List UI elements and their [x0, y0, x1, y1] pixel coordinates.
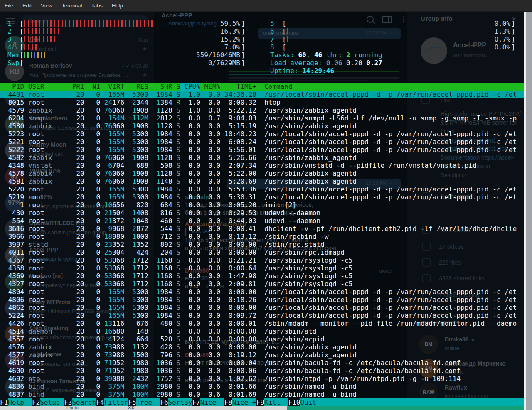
process-row[interactable]: 5221 root 20 0 165M 5300 1984 S 0.0 0.0 …: [0, 138, 524, 146]
cpu-meter-2: 2[16.3%]: [7, 27, 245, 35]
process-row[interactable]: 4327 root 20 0 53068 1712 1168 S 0.0 0.0…: [0, 280, 524, 288]
terminal-menu-bar: FileEditViewTerminalTabsHelp: [0, 0, 532, 12]
process-row[interactable]: 4804 root 20 0 165M 5300 1984 S 0.0 0.0 …: [0, 288, 524, 296]
process-row[interactable]: 4619 root 20 0 71952 1980 1036 S 0.0 0.0…: [0, 359, 524, 367]
fkey-help[interactable]: F1: [0, 398, 8, 406]
process-row[interactable]: 4348 vnstat 20 0 6704 688 508 S 0.0 0.0 …: [0, 162, 524, 169]
process-row[interactable]: 5224 root 20 0 165M 5300 1984 S 0.0 0.0 …: [0, 312, 524, 319]
fkey-label[interactable]: Search: [72, 398, 96, 406]
process-row[interactable]: 6204 snmp 20 0 154M 112M 2812 S 0.0 0.7 …: [0, 114, 524, 122]
process-row[interactable]: 3966 root 20 0 18980 1000 712 S 0.0 0.0 …: [0, 233, 524, 241]
process-table-header[interactable]: PID USER PRI NI VIRT RES SHR S CPU% MEM%…: [0, 83, 524, 91]
process-row[interactable]: 4862 root 20 0 165M 5300 1984 S 0.0 0.0 …: [0, 304, 524, 312]
process-row[interactable]: 5222 root 20 0 165M 5300 1984 S 0.0 0.0 …: [0, 146, 524, 154]
screen-edge: [526, 12, 532, 410]
function-key-bar: F1Help F2Setup F3SearchF4FilterF5Tree F6…: [0, 398, 524, 406]
process-row[interactable]: 4557 root 20 0 4124 664 520 S 0.0 0.0 0:…: [0, 335, 524, 343]
menu-item-file[interactable]: File: [0, 0, 18, 12]
fkey-label[interactable]: SortBy: [168, 398, 192, 406]
process-row[interactable]: 4837 bind 20 0 375M 100M 2980 S 0.0 0.6 …: [0, 390, 524, 398]
process-row[interactable]: 430 root 20 0 21504 1408 816 S 0.0 0.0 0…: [0, 209, 524, 217]
cpu-meter-7: 7[0.7%]: [270, 35, 515, 43]
strip-photo-label: Photo: [66, 406, 79, 410]
process-list: 4401 root 20 0 165M 5300 1984 S 1.0 0.0 …: [0, 91, 524, 398]
process-row[interactable]: 4580 zabbix 20 0 76060 1908 1128 S 0.0 0…: [0, 122, 524, 130]
process-row[interactable]: 4514 daemon 20 0 16680 148 0 S 0.0 0.0 0…: [0, 327, 524, 335]
process-row[interactable]: 4582 zabbix 20 0 76060 1908 1128 S 0.0 0…: [0, 154, 524, 162]
menu-item-edit[interactable]: Edit: [18, 0, 36, 12]
fkey-label[interactable]: Kill: [264, 398, 288, 406]
menu-item-help[interactable]: Help: [107, 0, 128, 12]
process-row[interactable]: 1 root 20 0 10656 820 684 S 0.0 0.0 0:05…: [0, 201, 524, 209]
process-row[interactable]: 5223 root 20 0 165M 5300 1984 S 0.0 0.0 …: [0, 130, 524, 138]
fkey-setup[interactable]: F2: [32, 398, 40, 406]
cpu-meter-1: 1[59.5%]: [7, 20, 245, 27]
uptime-line: Uptime: 14:29:46: [270, 67, 515, 75]
process-row[interactable]: 554 root 20 0 21372 1048 460 S 0.0 0.0 0…: [0, 217, 524, 225]
mem-meter: Mem[559/16046MB]: [7, 51, 245, 59]
cpu-meter-4: 4[7.0%]: [7, 43, 245, 51]
fkey-label[interactable]: Quit: [300, 398, 324, 406]
fkey-quit[interactable]: F10: [288, 398, 300, 406]
cpu-meter-3: 3[15.2%]: [7, 35, 245, 43]
menu-item-view[interactable]: View: [36, 0, 57, 12]
menu-item-terminal[interactable]: Terminal: [57, 0, 86, 12]
fkey-label[interactable]: Nice -: [200, 398, 224, 406]
process-row[interactable]: 4577 zabbix 20 0 73988 1500 796 S 0.0 0.…: [0, 351, 524, 359]
swp-meter: Swp[0/7629MB]: [7, 59, 245, 67]
tasks-line: Tasks: 60, 46 thr; 2 running: [270, 51, 515, 59]
process-row[interactable]: 4578 zabbix 20 0 76060 1908 1128 S 0.0 0…: [0, 169, 524, 177]
load-average-line: Load average: 0.06 0.20 0.27: [270, 59, 515, 67]
fkey-label[interactable]: Filter: [104, 398, 128, 406]
bottom-strip: Photo 392: [0, 406, 524, 410]
fkey-sortby[interactable]: F6: [160, 398, 168, 406]
process-row[interactable]: 5220 root 20 0 165M 5300 1984 S 0.0 0.0 …: [0, 185, 524, 193]
process-row[interactable]: 4576 zabbix 20 0 73988 1132 428 S 0.0 0.…: [0, 343, 524, 351]
process-row[interactable]: 4401 root 20 0 165M 5300 1984 S 1.0 0.0 …: [0, 91, 524, 98]
cpu-meter-5: 5[0.0%]: [270, 20, 515, 27]
process-row[interactable]: 4011 root 20 0 25304 424 204 S 0.0 0.0 0…: [0, 248, 524, 256]
process-row[interactable]: 4367 root 20 0 53068 1712 1168 S 0.0 0.0…: [0, 256, 524, 264]
process-row[interactable]: 4581 zabbix 20 0 76060 1908 1148 S 0.0 0…: [0, 177, 524, 185]
htop-meters-right: 5[0.0%]6[1.3%]7[0.7%]8[0.0%]Tasks: 60, 4…: [270, 20, 515, 75]
bottom-strip-teal: [287, 406, 524, 410]
fkey-label[interactable]: Nice +: [232, 398, 256, 406]
fkey-tree[interactable]: F5: [128, 398, 136, 406]
bottom-strip-light: Photo 392: [0, 406, 287, 410]
process-row[interactable]: 4806 root 20 0 165M 5300 1984 S 0.0 0.0 …: [0, 296, 524, 304]
process-row[interactable]: 4368 root 20 0 53068 1712 1168 S 0.0 0.0…: [0, 264, 524, 272]
process-row[interactable]: 4426 root 20 0 13116 676 480 S 0.0 0.0 0…: [0, 319, 524, 327]
process-row[interactable]: 4369 root 20 0 53068 1712 1168 S 0.0 0.0…: [0, 272, 524, 280]
fkey-nice-[interactable]: F7: [192, 398, 200, 406]
menu-item-tabs[interactable]: Tabs: [86, 0, 107, 12]
cpu-meter-6: 6[1.3%]: [270, 27, 515, 35]
process-row[interactable]: 4600 root 20 0 71952 1980 1036 S 0.0 0.0…: [0, 367, 524, 375]
fkey-label[interactable]: Setup: [40, 398, 64, 406]
process-row[interactable]: 3997 statd 20 0 23352 1352 892 S 0.0 0.0…: [0, 241, 524, 248]
process-row[interactable]: 4692 ntp 20 0 39088 2432 1752 S 0.0 0.0 …: [0, 375, 524, 383]
fkey-nice-[interactable]: F8: [224, 398, 232, 406]
htop-meters-left: 1[59.5%]2[16.3%]3[15.2%]4[7.0%]Mem[559/1…: [7, 20, 245, 67]
fkey-search[interactable]: F3: [64, 398, 72, 406]
strip-badge: 392: [128, 406, 135, 410]
fkey-kill[interactable]: F9: [256, 398, 264, 406]
desktop-screen: FileEditViewTerminalTabsHelp Search ДДен…: [0, 0, 532, 410]
terminal[interactable]: 1[59.5%]2[16.3%]3[15.2%]4[7.0%]Mem[559/1…: [0, 12, 524, 406]
process-row[interactable]: 5219 root 20 0 165M 5300 1984 S 0.0 0.0 …: [0, 193, 524, 201]
cpu-meter-8: 8[0.0%]: [270, 43, 515, 51]
fkey-filter[interactable]: F4: [96, 398, 104, 406]
process-row[interactable]: 4579 zabbix 20 0 76060 1908 1128 S 1.0 0…: [0, 106, 524, 114]
process-row[interactable]: 8015 root 20 0 24176 2344 1384 R 1.0 0.0…: [0, 98, 524, 106]
fkey-label[interactable]: Tree: [136, 398, 160, 406]
fkey-label[interactable]: Help: [8, 398, 32, 406]
process-row[interactable]: 3616 root 20 0 9968 2872 544 S 0.0 0.0 0…: [0, 225, 524, 233]
process-row[interactable]: 4836 bind 20 0 375M 100M 2980 S 0.0 0.6 …: [0, 383, 524, 390]
